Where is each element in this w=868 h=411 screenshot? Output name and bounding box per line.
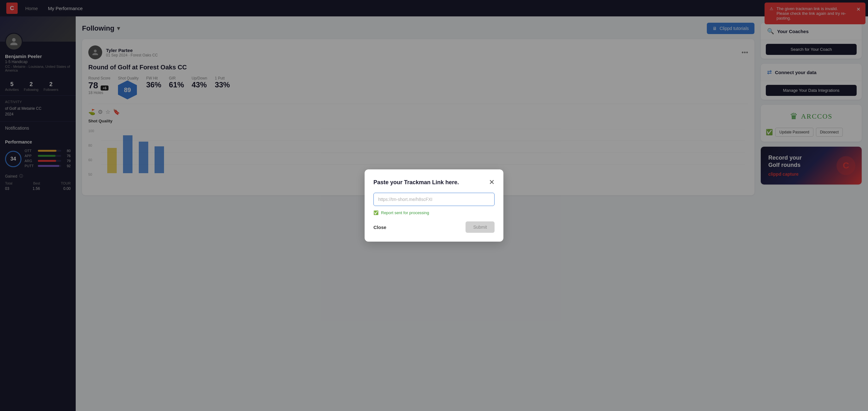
success-check-icon: ✅ <box>373 211 378 215</box>
trackman-modal: Paste your Trackman Link here. ✕ ✅ Repor… <box>365 169 503 242</box>
modal-overlay[interactable]: Paste your Trackman Link here. ✕ ✅ Repor… <box>0 0 868 411</box>
success-text: Report sent for processing <box>381 211 429 215</box>
modal-submit-button[interactable]: Submit <box>466 221 495 233</box>
trackman-link-input[interactable] <box>373 193 495 206</box>
modal-footer: Close Submit <box>373 221 495 233</box>
modal-close-text-button[interactable]: Close <box>373 225 386 230</box>
modal-title: Paste your Trackman Link here. <box>373 179 459 186</box>
modal-success-message: ✅ Report sent for processing <box>373 211 495 215</box>
modal-close-button[interactable]: ✕ <box>489 178 495 186</box>
modal-header: Paste your Trackman Link here. ✕ <box>373 178 495 186</box>
